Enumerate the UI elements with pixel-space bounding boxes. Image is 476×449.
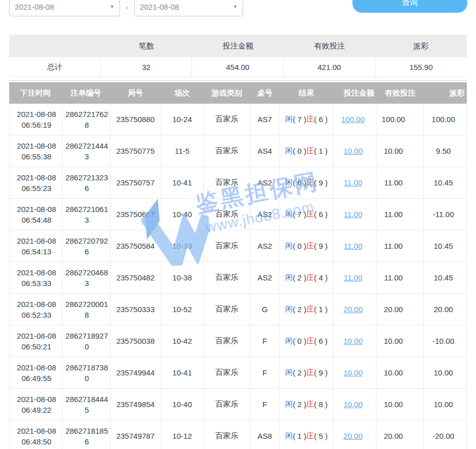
result-player-score: ( 0 ) (293, 147, 306, 155)
cell-payout: 10.45 (424, 230, 467, 262)
cell-result: 闲( 0 )庄( 6 ) (279, 325, 334, 357)
result-banker-label: 庄 (306, 241, 314, 251)
header-valid-bet: 有效投注 (376, 88, 424, 98)
cell-round-no: 235749787 (110, 420, 161, 449)
bet-amount-link[interactable]: 100.00 (341, 115, 365, 124)
header-round-no: 局号 (110, 88, 161, 98)
cell-payout: -10.00 (424, 325, 467, 357)
date-range-separator: - (126, 0, 128, 15)
cell-round-no: 235750584 (110, 230, 161, 262)
cell-result: 闲( 2 )庄( 4 ) (279, 262, 334, 293)
result-banker-label: 庄 (306, 336, 314, 346)
cell-session: 10-12 (161, 420, 204, 449)
result-banker-score: ( 1 ) (314, 147, 328, 155)
result-player-score: ( 1 ) (293, 432, 306, 440)
cell-valid-bet: 100.00 (376, 104, 424, 135)
result-player-label: 闲 (285, 114, 293, 124)
summary-header-valid-bet: 有效投注 (284, 41, 375, 51)
cell-table-no: AS2 (250, 230, 279, 262)
chevron-down-icon: ▼ (110, 4, 114, 9)
cell-game-type: 百家乐 (204, 294, 251, 325)
cell-bet-time: 2021-08-08 06:53:33 (10, 262, 62, 293)
cell-valid-bet: 10.00 (376, 389, 424, 420)
cell-table-no: AS8 (250, 420, 279, 449)
summary-header-payout: 派彩 (375, 41, 467, 51)
section-divider (9, 80, 467, 81)
cell-round-no: 235750333 (110, 294, 161, 325)
cell-valid-bet: 11.00 (376, 262, 424, 293)
cell-bet-amount: 20.00 (334, 420, 376, 449)
cell-valid-bet: 20.00 (376, 294, 424, 325)
cell-table-no: F (250, 325, 279, 357)
cell-game-type: 百家乐 (204, 167, 251, 198)
cell-round-no: 235750667 (110, 199, 161, 230)
filter-toolbar: 2021-08-08 ▼ - 2021-08-08 ▼ 查询 (9, 0, 467, 16)
result-banker-label: 庄 (306, 431, 314, 441)
cell-game-type: 百家乐 (204, 199, 251, 230)
header-session: 场次 (161, 88, 203, 98)
summary-total-row: 总计 32 454.00 421.00 155.90 (9, 57, 467, 77)
cell-bet-time: 2021-08-08 06:50:21 (10, 325, 62, 357)
cell-result: 闲( 7 )庄( 6 ) (279, 199, 334, 230)
result-player-label: 闲 (285, 146, 293, 156)
header-bet-time: 下注时间 (9, 88, 62, 98)
cell-round-no: 235749944 (110, 357, 161, 388)
header-bet-amount: 投注金额 (334, 88, 376, 98)
table-row: 2021-08-08 06:50:21 28627189270 23575003… (9, 325, 467, 357)
bet-amount-link[interactable]: 20.00 (343, 432, 363, 440)
date-from-select[interactable]: 2021-08-08 ▼ (9, 0, 120, 16)
cell-valid-bet: 10.00 (376, 135, 424, 167)
result-player-label: 闲 (285, 399, 293, 409)
cell-order-no: 28627217628 (62, 104, 110, 135)
bet-amount-link[interactable]: 11.00 (344, 273, 362, 282)
bet-amount-link[interactable]: 11.00 (344, 178, 362, 187)
bet-amount-link[interactable]: 10.00 (343, 400, 363, 409)
bet-amount-link[interactable]: 10.00 (343, 337, 363, 345)
bet-amount-link[interactable]: 11.00 (344, 242, 362, 250)
cell-valid-bet: 10.00 (376, 357, 424, 388)
cell-result: 闲( 1 )庄( 5 ) (279, 420, 334, 449)
result-banker-label: 庄 (306, 273, 314, 282)
cell-bet-time: 2021-08-08 06:52:33 (10, 294, 62, 325)
date-to-select[interactable]: 2021-08-08 ▼ (134, 0, 243, 16)
header-game-type: 游戏类别 (203, 88, 250, 98)
table-row: 2021-08-08 06:54:48 28627210613 23575066… (9, 199, 467, 230)
cell-game-type: 百家乐 (204, 104, 251, 135)
summary-total-count: 32 (101, 57, 192, 77)
cell-bet-amount: 10.00 (334, 357, 376, 388)
query-button[interactable]: 查询 (352, 0, 467, 13)
bet-amount-link[interactable]: 10.00 (343, 368, 363, 377)
cell-table-no: AS2 (250, 199, 279, 230)
cell-bet-time: 2021-08-08 06:56:19 (10, 104, 62, 135)
table-row: 2021-08-08 06:48:50 28627181856 23574978… (9, 420, 467, 449)
header-table-no: 桌号 (250, 88, 279, 98)
result-player-score: ( 6 ) (293, 178, 306, 187)
cell-order-no: 28627189270 (62, 325, 110, 357)
table-row: 2021-08-08 06:55:23 28627213236 23575075… (9, 167, 467, 199)
cell-game-type: 百家乐 (204, 262, 251, 293)
result-player-label: 闲 (285, 368, 293, 377)
bet-amount-link[interactable]: 20.00 (343, 305, 363, 314)
date-from-value: 2021-08-08 (15, 3, 54, 11)
cell-valid-bet: 10.00 (376, 325, 424, 357)
cell-session: 10-41 (161, 167, 204, 198)
cell-result: 闲( 2 )庄( 1 ) (279, 294, 334, 325)
date-to-value: 2021-08-08 (140, 3, 179, 11)
cell-bet-amount: 20.00 (334, 294, 376, 325)
bet-amount-link[interactable]: 11.00 (344, 210, 362, 219)
cell-bet-time: 2021-08-08 06:54:13 (10, 230, 62, 262)
cell-table-no: AS2 (250, 167, 279, 198)
cell-session: 10-40 (161, 389, 204, 420)
table-row: 2021-08-08 06:54:13 28627207926 23575058… (9, 230, 467, 262)
table-row: 2021-08-08 06:49:22 28627184445 23574985… (9, 389, 467, 420)
chevron-down-icon: ▼ (233, 4, 237, 9)
table-row: 2021-08-08 06:55:38 28627214443 23575077… (9, 135, 467, 167)
cell-payout: 100.00 (424, 104, 467, 135)
cell-game-type: 百家乐 (204, 420, 251, 449)
cell-session: 10-40 (161, 199, 204, 230)
cell-game-type: 百家乐 (204, 230, 251, 262)
result-banker-score: ( 4 ) (314, 273, 328, 282)
bet-amount-link[interactable]: 10.00 (343, 147, 363, 155)
result-banker-score: ( 5 ) (314, 432, 328, 440)
cell-session: 10-24 (161, 104, 204, 135)
